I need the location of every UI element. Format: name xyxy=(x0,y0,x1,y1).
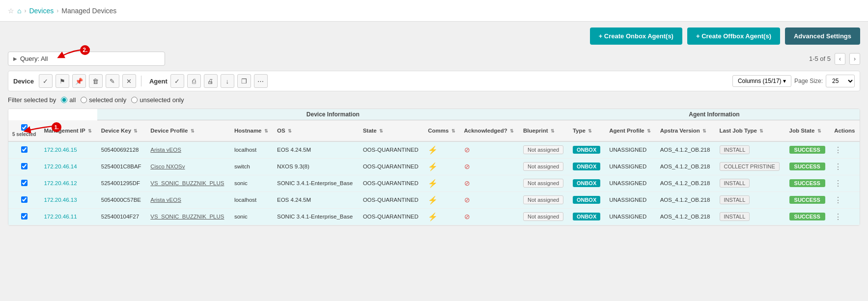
actions-dots-icon[interactable]: ⋮ xyxy=(834,179,842,188)
row-checkbox[interactable] xyxy=(21,163,28,169)
acknowledged-icon: ⊘ xyxy=(464,146,470,154)
row-device-profile[interactable]: VS_SONIC_BUZZNIK_PLUS xyxy=(146,175,230,192)
agent-check-icon[interactable]: ✓ xyxy=(170,74,184,88)
query-label: Query: All xyxy=(20,55,48,62)
row-blueprint: Not assigned xyxy=(519,208,569,225)
star-icon[interactable]: ☆ xyxy=(8,7,14,15)
device-profile-link[interactable]: VS_SONIC_BUZZNIK_PLUS xyxy=(150,180,224,186)
top-bar: ☆ ⌂ › Devices › Managed Devices xyxy=(0,0,868,22)
create-offbox-button[interactable]: + Create Offbox Agent(s) xyxy=(687,27,780,45)
device-profile-link[interactable]: Cisco NXOSv xyxy=(150,164,185,169)
job-type-badge: INSTALL xyxy=(720,195,750,204)
blueprint-badge: Not assigned xyxy=(523,195,563,204)
filter-selected-option[interactable]: selected only xyxy=(81,96,126,104)
col-device-key[interactable]: Device Key ⇅ xyxy=(97,120,146,141)
actions-dots-icon[interactable]: ⋮ xyxy=(834,196,842,204)
col-agent-profile[interactable]: Agent Profile ⇅ xyxy=(605,120,656,141)
row-checkbox[interactable] xyxy=(21,146,28,153)
row-checkbox-cell[interactable] xyxy=(8,192,40,208)
col-type[interactable]: Type ⇅ xyxy=(569,120,605,141)
query-input[interactable]: ▶ Query: All 2. xyxy=(8,52,165,66)
filter-bar: Filter selected by all selected only uns… xyxy=(8,96,860,104)
edit-icon[interactable]: ✎ xyxy=(106,74,119,88)
row-device-profile[interactable]: VS_SONIC_BUZZNIK_PLUS xyxy=(146,208,230,225)
breadcrumb-devices[interactable]: Devices xyxy=(29,7,54,15)
row-acknowledged: ⊘ xyxy=(460,141,520,159)
col-state[interactable]: State ⇅ xyxy=(359,120,424,141)
row-device-profile[interactable]: Arista vEOS xyxy=(146,141,230,159)
flag-icon[interactable]: ⚑ xyxy=(56,74,69,88)
row-checkbox-cell[interactable] xyxy=(8,141,40,159)
row-device-profile[interactable]: Arista vEOS xyxy=(146,192,230,208)
row-checkbox-cell[interactable] xyxy=(8,175,40,192)
advanced-settings-button[interactable]: Advanced Settings xyxy=(785,27,860,45)
row-checkbox[interactable] xyxy=(21,196,28,203)
col-acknowledged[interactable]: Acknowledged? ⇅ xyxy=(460,120,520,141)
agent-print2-icon[interactable]: 🖨 xyxy=(204,74,218,88)
management-ip-link[interactable]: 172.20.46.12 xyxy=(44,180,77,186)
device-profile-link[interactable]: Arista vEOS xyxy=(150,147,181,153)
row-management-ip[interactable]: 172.20.46.13 xyxy=(40,192,97,208)
actions-dots-icon[interactable]: ⋮ xyxy=(834,146,842,154)
create-onbox-button[interactable]: + Create Onbox Agent(s) xyxy=(590,27,682,45)
filter-all-option[interactable]: all xyxy=(61,96,76,104)
actions-dots-icon[interactable]: ⋮ xyxy=(834,213,842,221)
pagination-next[interactable]: › xyxy=(849,53,860,65)
row-device-key: 525400104F27 xyxy=(97,208,146,225)
comms-icon: ⚡ xyxy=(428,196,438,204)
check-circle-icon[interactable]: ✓ xyxy=(39,74,53,88)
device-profile-link[interactable]: VS_SONIC_BUZZNIK_PLUS xyxy=(150,214,224,219)
breadcrumb-sep1: › xyxy=(24,7,26,14)
row-actions[interactable]: ⋮ xyxy=(830,208,860,225)
management-ip-link[interactable]: 172.20.46.15 xyxy=(44,147,77,153)
col-os[interactable]: OS ⇅ xyxy=(273,120,359,141)
col-hostname[interactable]: Hostname ⇅ xyxy=(230,120,273,141)
agent-more-icon[interactable]: ⋯ xyxy=(254,74,268,88)
management-ip-link[interactable]: 172.20.46.11 xyxy=(44,214,77,219)
bookmark-icon[interactable]: 📌 xyxy=(72,74,86,88)
row-checkbox[interactable] xyxy=(21,180,28,186)
acknowledged-icon: ⊘ xyxy=(464,179,470,187)
filter-unselected-option[interactable]: unselected only xyxy=(131,96,184,104)
col-blueprint[interactable]: Blueprint ⇅ xyxy=(519,120,569,141)
agent-download-icon[interactable]: ↓ xyxy=(221,74,234,88)
management-ip-link[interactable]: 172.20.46.14 xyxy=(44,164,77,169)
col-device-profile[interactable]: Device Profile ⇅ xyxy=(146,120,230,141)
delete-icon[interactable]: ✕ xyxy=(122,74,136,88)
row-actions[interactable]: ⋮ xyxy=(830,158,860,175)
actions-dots-icon[interactable]: ⋮ xyxy=(834,163,842,171)
row-checkbox[interactable] xyxy=(21,213,28,219)
select-all-checkbox[interactable] xyxy=(21,124,28,131)
row-management-ip[interactable]: 172.20.46.12 xyxy=(40,175,97,192)
device-profile-link[interactable]: Arista vEOS xyxy=(150,197,181,203)
col-job-state[interactable]: Job State ⇅ xyxy=(785,120,831,141)
col-management-ip[interactable]: Management IP ⇅ xyxy=(40,120,97,141)
page-size-select[interactable]: 25 50 100 xyxy=(826,75,855,87)
agent-copy-icon[interactable]: ❐ xyxy=(237,74,251,88)
row-management-ip[interactable]: 172.20.46.11 xyxy=(40,208,97,225)
row-hostname: sonic xyxy=(230,208,273,225)
select-all-header[interactable]: 5 selected 1. xyxy=(8,120,40,141)
row-acknowledged: ⊘ xyxy=(460,175,520,192)
row-last-job-type: INSTALL xyxy=(716,175,785,192)
columns-button[interactable]: Columns (15/17) ▾ xyxy=(732,75,791,87)
row-checkbox-cell[interactable] xyxy=(8,158,40,175)
home-icon[interactable]: ⌂ xyxy=(17,7,21,15)
management-ip-link[interactable]: 172.20.46.13 xyxy=(44,197,77,203)
row-device-profile[interactable]: Cisco NXOSv xyxy=(146,158,230,175)
table-wrapper: Device Information Agent Information 5 s… xyxy=(8,109,860,226)
row-actions[interactable]: ⋮ xyxy=(830,175,860,192)
col-last-job-type[interactable]: Last Job Type ⇅ xyxy=(716,120,785,141)
row-management-ip[interactable]: 172.20.46.14 xyxy=(40,158,97,175)
trash-icon[interactable]: 🗑 xyxy=(89,74,103,88)
row-management-ip[interactable]: 172.20.46.15 xyxy=(40,141,97,159)
col-comms[interactable]: Comms ⇅ xyxy=(424,120,460,141)
row-actions[interactable]: ⋮ xyxy=(830,192,860,208)
agent-print-icon[interactable]: ⎙ xyxy=(187,74,201,88)
row-actions[interactable]: ⋮ xyxy=(830,141,860,159)
row-type: ONBOX xyxy=(569,158,605,175)
pagination-prev[interactable]: ‹ xyxy=(835,53,845,65)
row-job-state: SUCCESS xyxy=(785,208,831,225)
row-checkbox-cell[interactable] xyxy=(8,208,40,225)
col-apstra-version[interactable]: Apstra Version ⇅ xyxy=(656,120,716,141)
